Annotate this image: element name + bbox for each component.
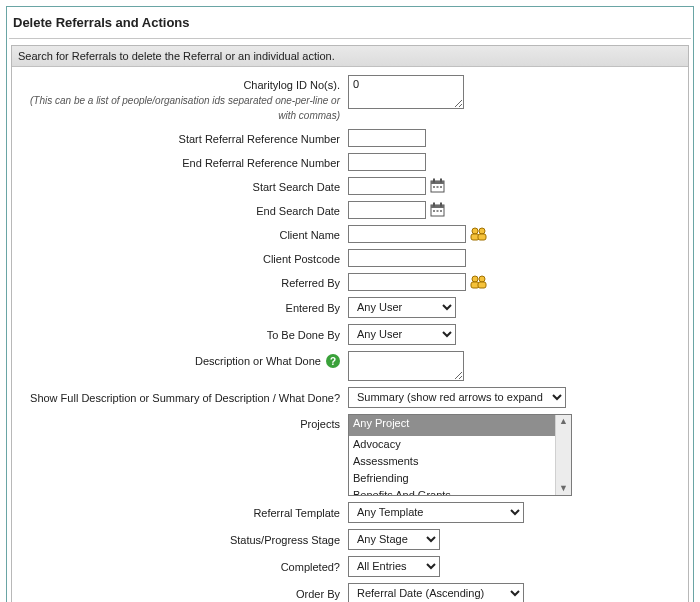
svg-rect-11 [433, 210, 435, 212]
client-name-input[interactable] [348, 225, 466, 243]
referred-by-input[interactable] [348, 273, 466, 291]
row-end-ref: End Referral Reference Number [18, 153, 682, 171]
row-start-date: Start Search Date [18, 177, 682, 195]
label-projects: Projects [18, 414, 348, 432]
label-start-date: Start Search Date [18, 177, 348, 195]
svg-rect-2 [433, 179, 435, 183]
list-item[interactable]: Assessments [349, 453, 571, 470]
svg-rect-5 [437, 186, 439, 188]
label-full-desc: Show Full Description or Summary of Desc… [18, 388, 348, 406]
row-completed: Completed? All Entries [18, 556, 682, 577]
svg-rect-1 [431, 181, 444, 184]
to-be-done-by-select[interactable]: Any User [348, 324, 456, 345]
list-item[interactable]: Benefits And Grants [349, 487, 571, 496]
form-area: Charitylog ID No(s). (This can be a list… [12, 67, 688, 602]
full-desc-select[interactable]: Summary (show red arrows to expand text) [348, 387, 566, 408]
svg-rect-4 [433, 186, 435, 188]
projects-listbox[interactable]: Any Project Advocacy Assessments Befrien… [348, 414, 572, 496]
svg-rect-21 [478, 282, 486, 288]
start-ref-input[interactable] [348, 129, 426, 147]
help-icon[interactable]: ? [326, 354, 340, 368]
page-title: Delete Referrals and Actions [7, 7, 693, 38]
label-status-stage: Status/Progress Stage [18, 530, 348, 548]
row-client-postcode: Client Postcode [18, 249, 682, 267]
description-textarea[interactable] [348, 351, 464, 381]
entered-by-select[interactable]: Any User [348, 297, 456, 318]
svg-rect-13 [440, 210, 442, 212]
end-ref-input[interactable] [348, 153, 426, 171]
label-referral-template: Referral Template [18, 503, 348, 521]
label-to-be-done-by: To Be Done By [18, 325, 348, 343]
label-order-by: Order By [18, 584, 348, 602]
svg-point-14 [472, 228, 478, 234]
svg-rect-9 [433, 203, 435, 207]
row-ids: Charitylog ID No(s). (This can be a list… [18, 75, 682, 123]
svg-rect-10 [440, 203, 442, 207]
row-client-name: Client Name [18, 225, 682, 243]
people-lookup-icon[interactable] [470, 226, 488, 242]
label-start-ref: Start Referral Reference Number [18, 129, 348, 147]
label-description-text: Description or What Done [195, 355, 321, 367]
svg-point-19 [479, 276, 485, 282]
divider [9, 38, 691, 39]
ids-textarea[interactable]: 0 [348, 75, 464, 109]
start-date-input[interactable] [348, 177, 426, 195]
row-end-date: End Search Date [18, 201, 682, 219]
svg-point-15 [479, 228, 485, 234]
label-ids-hint: (This can be a list of people/organisati… [30, 95, 340, 121]
page-frame: Delete Referrals and Actions Search for … [6, 6, 694, 602]
listbox-scrollbar[interactable]: ▲ ▼ [555, 415, 571, 495]
svg-rect-17 [478, 234, 486, 240]
scroll-down-icon[interactable]: ▼ [559, 484, 568, 493]
row-status-stage: Status/Progress Stage Any Stage [18, 529, 682, 550]
label-description: Description or What Done ? [18, 351, 348, 369]
people-lookup-icon[interactable] [470, 274, 488, 290]
svg-rect-3 [440, 179, 442, 183]
label-end-ref: End Referral Reference Number [18, 153, 348, 171]
label-client-postcode: Client Postcode [18, 249, 348, 267]
order-by-select[interactable]: Referral Date (Ascending) [348, 583, 524, 602]
row-to-be-done-by: To Be Done By Any User [18, 324, 682, 345]
calendar-icon[interactable] [430, 202, 445, 217]
svg-rect-12 [437, 210, 439, 212]
referral-template-select[interactable]: Any Template [348, 502, 524, 523]
row-description: Description or What Done ? [18, 351, 682, 381]
label-completed: Completed? [18, 557, 348, 575]
label-ids: Charitylog ID No(s). (This can be a list… [18, 75, 348, 123]
label-client-name: Client Name [18, 225, 348, 243]
client-postcode-input[interactable] [348, 249, 466, 267]
list-item[interactable]: Any Project [349, 415, 571, 436]
completed-select[interactable]: All Entries [348, 556, 440, 577]
row-projects: Projects Any Project Advocacy Assessment… [18, 414, 682, 496]
status-stage-select[interactable]: Any Stage [348, 529, 440, 550]
label-end-date: End Search Date [18, 201, 348, 219]
row-referred-by: Referred By [18, 273, 682, 291]
panel-header: Search for Referrals to delete the Refer… [12, 46, 688, 67]
svg-rect-6 [440, 186, 442, 188]
list-item[interactable]: Befriending [349, 470, 571, 487]
search-panel: Search for Referrals to delete the Refer… [11, 45, 689, 602]
calendar-icon[interactable] [430, 178, 445, 193]
svg-point-18 [472, 276, 478, 282]
label-ids-text: Charitylog ID No(s). [243, 79, 340, 91]
row-full-desc: Show Full Description or Summary of Desc… [18, 387, 682, 408]
label-referred-by: Referred By [18, 273, 348, 291]
row-order-by: Order By Referral Date (Ascending) [18, 583, 682, 602]
list-item[interactable]: Advocacy [349, 436, 571, 453]
svg-rect-8 [431, 205, 444, 208]
scroll-up-icon[interactable]: ▲ [559, 417, 568, 426]
row-referral-template: Referral Template Any Template [18, 502, 682, 523]
label-entered-by: Entered By [18, 298, 348, 316]
row-entered-by: Entered By Any User [18, 297, 682, 318]
row-start-ref: Start Referral Reference Number [18, 129, 682, 147]
end-date-input[interactable] [348, 201, 426, 219]
